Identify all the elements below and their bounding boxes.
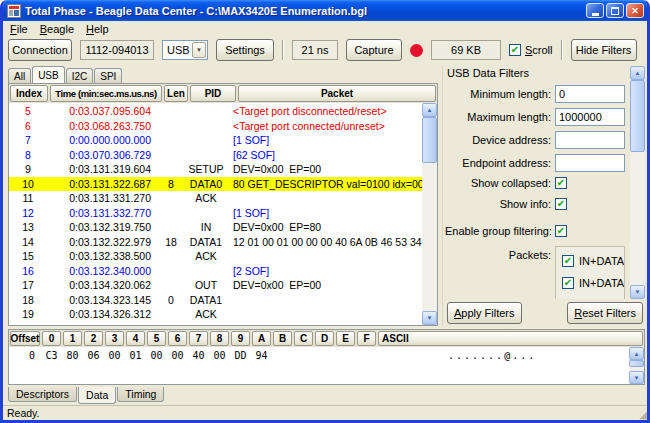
protocol-tab-usb[interactable]: USB: [32, 66, 65, 83]
protocol-tab-all[interactable]: All: [8, 68, 31, 83]
packet-row[interactable]: 120:03.131.332.770[1 SOF]: [9, 206, 422, 221]
packet-table-scroll-up-icon[interactable]: ▲: [422, 103, 437, 117]
settings-button[interactable]: Settings: [216, 39, 274, 61]
hex-col-header-7[interactable]: 7: [189, 331, 208, 346]
menu-beagle[interactable]: Beagle: [34, 23, 80, 35]
hide-filters-button[interactable]: Hide Filters: [571, 39, 637, 61]
in-data-ack-checkbox[interactable]: [562, 255, 574, 267]
hex-col-header-F[interactable]: F: [357, 331, 376, 346]
column-header-pid[interactable]: PID: [190, 85, 236, 102]
hex-col-header-6[interactable]: 6: [168, 331, 187, 346]
close-button[interactable]: ✕: [626, 3, 644, 18]
column-header-packet[interactable]: Packet: [238, 85, 436, 102]
minimize-button[interactable]: [586, 3, 604, 18]
column-header-len[interactable]: Len: [164, 85, 188, 102]
endpoint-address-input[interactable]: [555, 154, 625, 172]
titlebar[interactable]: Total Phase - Beagle Data Center - C:\MA…: [3, 0, 647, 21]
cell-index: 11: [9, 191, 47, 206]
packet-row[interactable]: 130:03.132.319.750INDEV=0x00 EP=80: [9, 220, 422, 235]
column-header-index[interactable]: Index: [10, 85, 48, 102]
packet-table-scroll-thumb[interactable]: [422, 117, 437, 163]
hex-col-header-E[interactable]: E: [336, 331, 355, 346]
detail-tab-data[interactable]: Data: [78, 387, 116, 404]
packet-row[interactable]: 150:03.132.338.500ACK: [9, 249, 422, 264]
hex-data-row: 0C38006000100004000DD94.......@...: [9, 349, 629, 362]
hex-offset-header[interactable]: Offset: [10, 331, 40, 346]
hex-col-header-C[interactable]: C: [294, 331, 313, 346]
hex-scroll-track[interactable]: [629, 360, 644, 371]
filters-scroll-up-icon[interactable]: ▲: [630, 66, 645, 80]
device-address-input[interactable]: [555, 131, 625, 149]
hex-col-header-1[interactable]: 1: [63, 331, 82, 346]
detail-tab-descriptors[interactable]: Descriptors: [8, 387, 77, 402]
hex-scroll-thumb[interactable]: [629, 360, 644, 367]
cell-packet: <Target port connected/unreset>: [229, 119, 422, 134]
show-info-checkbox[interactable]: [555, 198, 567, 210]
hex-col-header-0[interactable]: 0: [42, 331, 61, 346]
packet-rows: 50:03.037.095.604<Target port disconnect…: [9, 103, 422, 325]
toolbar-separator: [282, 40, 284, 60]
menu-help[interactable]: Help: [80, 23, 115, 35]
cell-len: [159, 148, 183, 163]
column-header-time[interactable]: Time (min:sec.ms.us.ns): [50, 85, 162, 102]
packet-row[interactable]: 110:03.131.331.270ACK: [9, 191, 422, 206]
packet-row[interactable]: 100:03.131.322.6878DATA080 GET_DESCRIPTO…: [9, 177, 422, 192]
resize-grip-icon[interactable]: ◢: [633, 407, 647, 420]
packet-table-scrollbar[interactable]: ▲▼: [422, 103, 437, 325]
hex-col-header-4[interactable]: 4: [126, 331, 145, 346]
hex-col-header-5[interactable]: 5: [147, 331, 166, 346]
protocol-tab-spi[interactable]: SPI: [94, 68, 122, 83]
packet-table-scroll-track[interactable]: [422, 117, 437, 311]
packet-row[interactable]: 80:03.070.306.729[62 SOF]: [9, 148, 422, 163]
filters-scroll-track[interactable]: [630, 80, 645, 285]
hex-col-header-D[interactable]: D: [315, 331, 334, 346]
show-collapsed-checkbox[interactable]: [555, 177, 567, 189]
maximum-length-input[interactable]: [555, 108, 625, 126]
apply-filters-button[interactable]: Apply Filters: [447, 302, 522, 324]
hex-byte: 40: [189, 349, 208, 362]
hex-col-header-3[interactable]: 3: [105, 331, 124, 346]
menu-file[interactable]: File: [4, 23, 34, 35]
scroll-toggle[interactable]: Scroll: [509, 44, 553, 56]
protocol-tab-i2c[interactable]: I2C: [66, 68, 94, 83]
cell-index: 15: [9, 249, 47, 264]
cell-pid: [183, 264, 229, 279]
filters-scrollbar[interactable]: ▲▼: [630, 66, 645, 299]
filters-scroll-thumb[interactable]: [630, 80, 645, 152]
maximize-button[interactable]: [606, 3, 624, 18]
capture-button[interactable]: Capture: [346, 39, 402, 61]
in-data-nak-checkbox[interactable]: [562, 277, 574, 289]
hex-scroll-up-icon[interactable]: ▲: [629, 347, 644, 360]
packet-row[interactable]: 160:03.132.340.000[2 SOF]: [9, 264, 422, 279]
cell-pid: ACK: [183, 191, 229, 206]
reset-filters-button[interactable]: Reset Filters: [567, 302, 643, 324]
hex-col-header-A[interactable]: A: [252, 331, 271, 346]
endpoint-address-label: Endpoint address:: [445, 157, 551, 169]
packet-row[interactable]: 70:00.000.000.000[1 SOF]: [9, 133, 422, 148]
hex-col-header-8[interactable]: 8: [210, 331, 229, 346]
connection-button[interactable]: Connection: [8, 39, 72, 61]
packet-row[interactable]: 60:03.068.263.750<Target port connected/…: [9, 119, 422, 134]
cell-len: [159, 264, 183, 279]
hex-scroll-down-icon[interactable]: ▼: [629, 371, 644, 384]
minimum-length-input[interactable]: [555, 85, 625, 103]
packet-row[interactable]: 180:03.134.323.1450DATA1: [9, 293, 422, 308]
hex-col-header-B[interactable]: B: [273, 331, 292, 346]
packet-table-scroll-down-icon[interactable]: ▼: [422, 311, 437, 325]
detail-tab-timing[interactable]: Timing: [117, 387, 164, 402]
hex-col-header-2[interactable]: 2: [84, 331, 103, 346]
cell-pid: [183, 148, 229, 163]
packet-row[interactable]: 170:03.134.320.062OUTDEV=0x00 EP=00: [9, 278, 422, 293]
packet-row[interactable]: 140:03.132.322.97918DATA112 01 00 01 00 …: [9, 235, 422, 250]
packet-row[interactable]: 90:03.131.319.604SETUPDEV=0x00 EP=00: [9, 162, 422, 177]
hex-col-header-9[interactable]: 9: [231, 331, 250, 346]
enable-group-filtering-checkbox[interactable]: [555, 225, 567, 237]
packet-row[interactable]: 50:03.037.095.604<Target port disconnect…: [9, 104, 422, 119]
packet-row[interactable]: 190:03.134.326.312ACK: [9, 307, 422, 322]
chevron-down-icon[interactable]: ▼: [192, 42, 206, 58]
filters-scroll-down-icon[interactable]: ▼: [630, 285, 645, 299]
hex-scrollbar[interactable]: ▲▼: [629, 347, 644, 384]
scroll-checkbox[interactable]: [509, 44, 521, 56]
hex-ascii-header[interactable]: ASCII: [378, 331, 643, 346]
protocol-combo[interactable]: USB ▼: [162, 40, 208, 60]
